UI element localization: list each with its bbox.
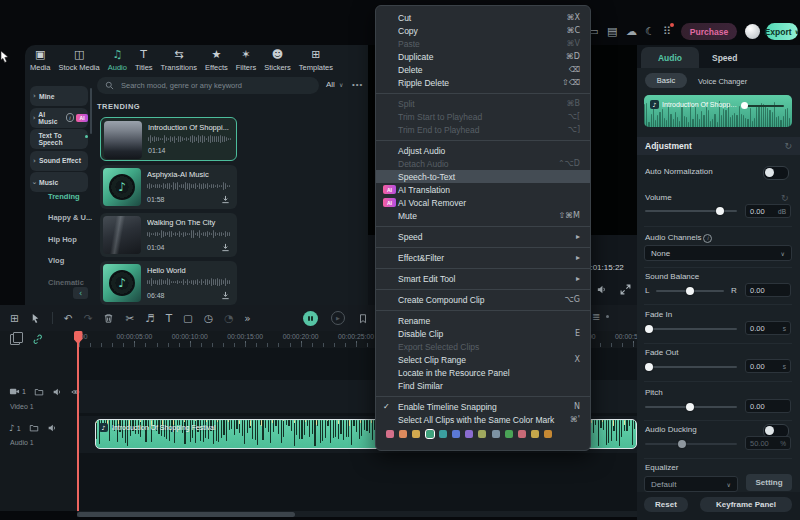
mute-track-icon[interactable] [47, 423, 57, 433]
tab-speed[interactable]: Speed [712, 53, 738, 63]
color-mark-swatch[interactable] [386, 430, 394, 438]
menu-item-find-similar[interactable]: Find Similar [376, 379, 590, 392]
tab-media[interactable]: ▣Media [30, 49, 50, 72]
menu-item-speed[interactable]: Speed▸ [376, 230, 590, 243]
menu-item-enable-timeline-snapping[interactable]: ✓Enable Timeline SnappingN [376, 400, 590, 413]
download-icon[interactable] [221, 243, 230, 252]
color-mark-swatch[interactable] [439, 430, 447, 438]
color-mark-swatch[interactable] [531, 430, 539, 438]
fade-out-slider-track[interactable] [645, 366, 737, 368]
avatar[interactable] [745, 24, 760, 39]
folder-icon[interactable] [34, 387, 44, 397]
sidebar-item-cinematic[interactable]: Cinematic [48, 278, 84, 287]
export-button[interactable]: Export∨ [766, 23, 798, 40]
zoom-list-icon[interactable]: ≣ [592, 311, 600, 322]
sidebar-collapse-button[interactable]: ‹ [73, 287, 88, 299]
menu-item-smart-edit-tool[interactable]: Smart Edit Tool▸ [376, 272, 590, 285]
media-item-asphyxia-ai-music[interactable]: Asphyxia-AI Music01:58 [100, 165, 237, 209]
more-icon[interactable]: » [244, 311, 250, 325]
sidebar-scrollbar[interactable] [90, 88, 92, 134]
text-icon[interactable]: T [166, 311, 172, 325]
color-mark-swatch[interactable] [478, 430, 486, 438]
auto-normalization-toggle[interactable] [763, 166, 789, 180]
menu-item-create-compound-clip[interactable]: Create Compound Clip⌥G [376, 293, 590, 306]
media-item-walking-on-the-city[interactable]: Walking On The City01:04 [100, 213, 237, 257]
color-mark-swatch[interactable] [518, 430, 526, 438]
mute-track-icon[interactable] [52, 387, 62, 397]
folder-icon[interactable] [29, 423, 39, 433]
color-mark-swatch[interactable] [544, 430, 552, 438]
tab-audio[interactable]: ♫Audio [108, 49, 127, 72]
menu-item-cut[interactable]: Cut⌘X [376, 11, 590, 24]
volume-slider-knob[interactable] [716, 207, 724, 215]
link-clips-icon[interactable] [32, 334, 43, 345]
speed-icon[interactable]: ◷ [204, 311, 213, 325]
preview-fullscreen-icon[interactable] [620, 284, 631, 295]
card-slider-knob[interactable] [741, 102, 748, 109]
color-mark-swatch[interactable] [465, 430, 473, 438]
fade-in-slider-knob[interactable] [645, 325, 653, 333]
color-mark-swatch[interactable] [399, 430, 407, 438]
sidebar-item-mine[interactable]: ›Mine [30, 86, 88, 106]
fade-in-value-box[interactable]: 0.00 s [745, 321, 791, 335]
tab-effects[interactable]: ★Effects [205, 49, 228, 72]
menu-item-ai-vocal-remover[interactable]: AIAI Vocal Remover [376, 196, 590, 209]
record-voiceover-icon[interactable] [303, 311, 318, 326]
subtab-voice-changer[interactable]: Voice Changer [698, 77, 747, 86]
crop-icon[interactable]: ▢ [183, 311, 193, 325]
apps-grid-icon[interactable]: ⠿ [663, 25, 671, 39]
tab-filters[interactable]: ✶Filters [236, 49, 256, 72]
reset-volume-icon[interactable]: ↻ [781, 193, 789, 203]
tab-stock-media[interactable]: ◫Stock Media [58, 49, 99, 72]
tab-titles[interactable]: TTitles [135, 49, 153, 72]
eye-icon[interactable] [70, 387, 81, 397]
menu-item-copy[interactable]: Copy⌘C [376, 24, 590, 37]
sidebar-item-happy-u[interactable]: Happy & U... [48, 213, 92, 222]
menu-item-disable-clip[interactable]: Disable ClipE [376, 327, 590, 340]
sidebar-item-music[interactable]: ⌄Music [30, 172, 88, 192]
more-options-icon[interactable]: ••• [352, 80, 363, 89]
menu-item-delete[interactable]: Delete⌫ [376, 63, 590, 76]
menu-item-duplicate[interactable]: Duplicate⌘D [376, 50, 590, 63]
split-scissors-icon[interactable]: ✂ [125, 311, 134, 325]
delete-icon[interactable] [103, 313, 114, 324]
sidebar-item-trending[interactable]: Trending [48, 192, 80, 201]
tab-stickers[interactable]: ☻Stickers [264, 49, 291, 72]
menu-item-mute[interactable]: Mute⇧⌘M [376, 209, 590, 222]
menu-item-ai-translation[interactable]: AIAI Translation [376, 183, 590, 196]
sidebar-item-sound-effect[interactable]: ›Sound Effect [30, 151, 88, 171]
menu-item-locate-in-the-resource-panel[interactable]: Locate in the Resource Panel [376, 366, 590, 379]
timeline-zoom-controls[interactable]: ≣ [592, 311, 609, 322]
search-bar[interactable] [97, 77, 319, 94]
menu-item-effect-filter[interactable]: Effect&Filter▸ [376, 251, 590, 264]
audio-channels-dropdown[interactable]: None ∨ [644, 245, 792, 261]
copy-pages-icon[interactable] [10, 334, 20, 345]
color-mark-swatch[interactable] [412, 430, 420, 438]
keyframe-panel-button[interactable]: Keyframe Panel [700, 497, 792, 512]
equalizer-dropdown[interactable]: Default ∨ [644, 476, 738, 492]
fade-out-value-box[interactable]: 0.00 s [745, 359, 791, 373]
balance-slider-knob[interactable] [686, 287, 694, 295]
media-item-hello-world[interactable]: Hello World06:48 [100, 261, 237, 305]
detach-audio-icon[interactable]: ♬ [145, 311, 154, 325]
menu-item-select-clip-range[interactable]: Select Clip RangeX [376, 353, 590, 366]
fade-in-slider-track[interactable] [645, 328, 737, 330]
equalizer-setting-button[interactable]: Setting [746, 474, 792, 491]
sidebar-item-text-to-speech[interactable]: Text To Speech [30, 129, 88, 149]
sidebar-item-hip-hop[interactable]: Hip Hop [48, 235, 77, 244]
subtab-basic[interactable]: Basic [645, 73, 687, 88]
playhead[interactable] [77, 331, 79, 511]
cloud-upload-icon[interactable]: ☁ [626, 25, 637, 39]
audio-clip-card[interactable]: ♪ Introduction Of Shopping ... [644, 95, 792, 127]
tab-transitions[interactable]: ⇆Transitions [161, 49, 197, 72]
tab-templates[interactable]: ⊞Templates [299, 49, 333, 72]
purchase-button[interactable]: Purchase [681, 23, 737, 40]
tab-audio[interactable]: Audio [641, 47, 699, 68]
fade-out-slider-knob[interactable] [645, 363, 653, 371]
color-mark-swatch[interactable] [452, 430, 460, 438]
reset-button[interactable]: Reset [644, 497, 688, 512]
pitch-slider-knob[interactable] [686, 403, 694, 411]
download-icon[interactable] [221, 195, 230, 204]
sidebar-item-vlog[interactable]: Vlog [48, 256, 64, 265]
mark-icon[interactable] [358, 313, 368, 324]
